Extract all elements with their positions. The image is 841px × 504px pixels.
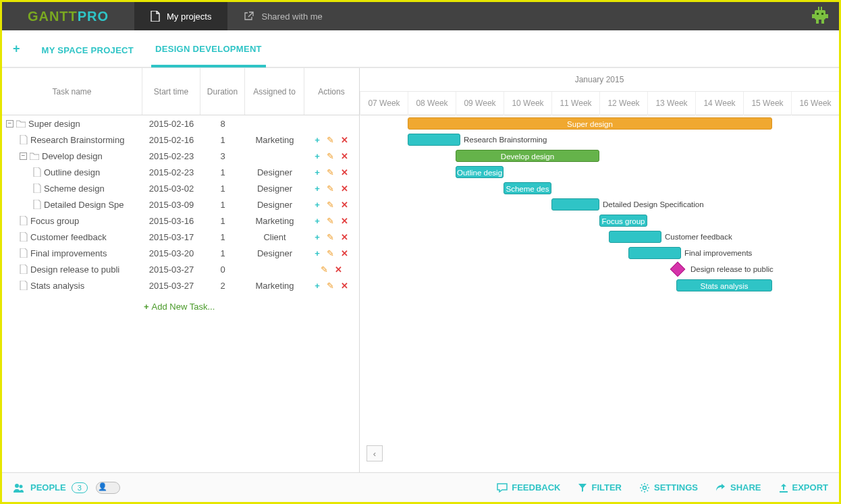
- tab-shared[interactable]: Shared with me: [227, 2, 338, 30]
- expand-toggle[interactable]: −: [6, 120, 13, 128]
- people-toggle[interactable]: [96, 482, 120, 494]
- project-tabs-bar: + MY SPACE PROJECT DESIGN DEVELOPMENT: [2, 30, 839, 68]
- gantt-bar[interactable]: [628, 247, 681, 259]
- task-row[interactable]: Final improvements2015-03-201Designer+✎✕: [2, 245, 359, 261]
- svg-point-9: [15, 484, 19, 488]
- gantt-bar[interactable]: [551, 198, 599, 211]
- gantt-bar[interactable]: Develop design: [456, 150, 599, 162]
- cell-dur: 8: [200, 119, 245, 129]
- gantt-bar[interactable]: Focus group: [599, 215, 647, 227]
- edit-icon[interactable]: ✎: [327, 216, 334, 226]
- logo-pro: PRO: [78, 9, 109, 24]
- add-subtask-icon[interactable]: +: [315, 232, 320, 242]
- edit-icon[interactable]: ✎: [327, 167, 334, 177]
- delete-icon[interactable]: ✕: [341, 200, 348, 210]
- svg-rect-5: [816, 20, 819, 24]
- add-subtask-icon[interactable]: +: [315, 184, 320, 194]
- add-subtask-icon[interactable]: +: [315, 200, 320, 210]
- gantt-chart: January 2015 07 Week08 Week09 Week10 Wee…: [360, 68, 839, 473]
- add-subtask-icon[interactable]: +: [315, 281, 320, 291]
- scroll-left-button[interactable]: ‹: [367, 445, 383, 461]
- add-subtask-icon[interactable]: +: [315, 248, 320, 258]
- task-name: Design release to publi: [30, 264, 119, 275]
- week-header: 14 Week: [695, 92, 743, 115]
- gantt-bar[interactable]: Scheme des: [504, 182, 551, 194]
- delete-icon[interactable]: ✕: [341, 281, 348, 291]
- add-task-button[interactable]: + Add New Task...: [2, 293, 359, 312]
- edit-icon[interactable]: ✎: [321, 264, 328, 275]
- edit-icon[interactable]: ✎: [327, 200, 334, 210]
- gantt-bar[interactable]: [609, 231, 661, 243]
- svg-rect-1: [817, 13, 819, 15]
- gantt-bar[interactable]: Stats analysis: [676, 279, 772, 291]
- task-row[interactable]: Design release to publi2015-03-270✎✕: [2, 261, 359, 277]
- svg-point-10: [20, 484, 23, 488]
- edit-icon[interactable]: ✎: [327, 281, 334, 291]
- bar-label: Detailed Design Specification: [603, 198, 704, 211]
- folder-icon: [30, 152, 39, 160]
- gantt-row: Outline desig: [360, 164, 839, 180]
- milestone-icon[interactable]: [670, 262, 686, 277]
- task-row[interactable]: Detailed Design Spe2015-03-091Designer+✎…: [2, 196, 359, 213]
- weeks-row: 07 Week08 Week09 Week10 Week11 Week12 We…: [360, 92, 839, 115]
- add-subtask-icon[interactable]: +: [315, 151, 320, 161]
- export-button[interactable]: EXPORT: [779, 482, 828, 493]
- delete-icon[interactable]: ✕: [341, 248, 348, 258]
- task-row[interactable]: −Super design2015-02-168: [2, 115, 359, 132]
- delete-icon[interactable]: ✕: [341, 216, 348, 226]
- settings-button[interactable]: SETTINGS: [639, 482, 698, 493]
- gantt-row: Scheme des: [360, 180, 839, 196]
- task-row[interactable]: Focus group2015-03-161Marketing+✎✕: [2, 213, 359, 229]
- task-row[interactable]: −Develop design2015-02-233+✎✕: [2, 148, 359, 164]
- chat-icon: [497, 483, 508, 493]
- expand-toggle[interactable]: −: [20, 152, 27, 160]
- task-row[interactable]: Stats analysis2015-03-272Marketing+✎✕: [2, 277, 359, 293]
- task-row[interactable]: Customer feedback2015-03-171Client+✎✕: [2, 229, 359, 245]
- edit-icon[interactable]: ✎: [327, 135, 334, 145]
- tab-design-development[interactable]: DESIGN DEVELOPMENT: [151, 30, 266, 67]
- btn-label: FEEDBACK: [512, 482, 560, 493]
- btn-label: EXPORT: [792, 482, 828, 493]
- feedback-button[interactable]: FEEDBACK: [497, 482, 560, 493]
- delete-icon[interactable]: ✕: [341, 232, 348, 242]
- cell-ass: Marketing: [245, 281, 304, 291]
- gantt-bar[interactable]: Super design: [408, 117, 772, 130]
- svg-rect-7: [818, 7, 819, 10]
- edit-icon[interactable]: ✎: [327, 248, 334, 258]
- task-name: Focus group: [30, 216, 79, 226]
- cell-dur: 1: [200, 248, 245, 258]
- add-project-button[interactable]: +: [9, 42, 24, 56]
- task-row[interactable]: Outline design2015-02-231Designer+✎✕: [2, 164, 359, 180]
- task-name: Outline design: [44, 167, 100, 177]
- col-task: Task name: [2, 68, 142, 115]
- gantt-bar[interactable]: Outline desig: [456, 166, 504, 178]
- edit-icon[interactable]: ✎: [327, 184, 334, 194]
- delete-icon[interactable]: ✕: [341, 151, 348, 161]
- add-subtask-icon[interactable]: +: [315, 167, 320, 177]
- svg-rect-4: [825, 14, 828, 18]
- tab-my-projects[interactable]: My projects: [134, 2, 227, 30]
- task-row[interactable]: Research Brainstorming2015-02-161Marketi…: [2, 132, 359, 148]
- gantt-bar[interactable]: [408, 134, 460, 146]
- share-button[interactable]: SHARE: [715, 482, 761, 493]
- gantt-row: Design release to public: [360, 261, 839, 277]
- add-subtask-icon[interactable]: +: [315, 135, 320, 145]
- cell-dur: 1: [200, 200, 245, 210]
- delete-icon[interactable]: ✕: [335, 264, 342, 275]
- delete-icon[interactable]: ✕: [341, 167, 348, 177]
- filter-button[interactable]: FILTER: [578, 482, 622, 493]
- task-row[interactable]: Scheme design2015-03-021Designer+✎✕: [2, 180, 359, 196]
- week-header: 08 Week: [408, 92, 456, 115]
- edit-icon[interactable]: ✎: [327, 151, 334, 161]
- people-control[interactable]: PEOPLE 3: [13, 482, 120, 494]
- delete-icon[interactable]: ✕: [341, 184, 348, 194]
- edit-icon[interactable]: ✎: [327, 232, 334, 242]
- gantt-body[interactable]: Super designResearch BrainstormingDevelo…: [360, 115, 839, 293]
- cell-start: 2015-03-09: [142, 200, 200, 210]
- people-label: PEOPLE: [30, 482, 66, 493]
- add-subtask-icon[interactable]: +: [315, 216, 320, 226]
- delete-icon[interactable]: ✕: [341, 135, 348, 145]
- gantt-row: Super design: [360, 115, 839, 132]
- svg-rect-6: [821, 20, 824, 24]
- tab-my-space-project[interactable]: MY SPACE PROJECT: [38, 32, 138, 66]
